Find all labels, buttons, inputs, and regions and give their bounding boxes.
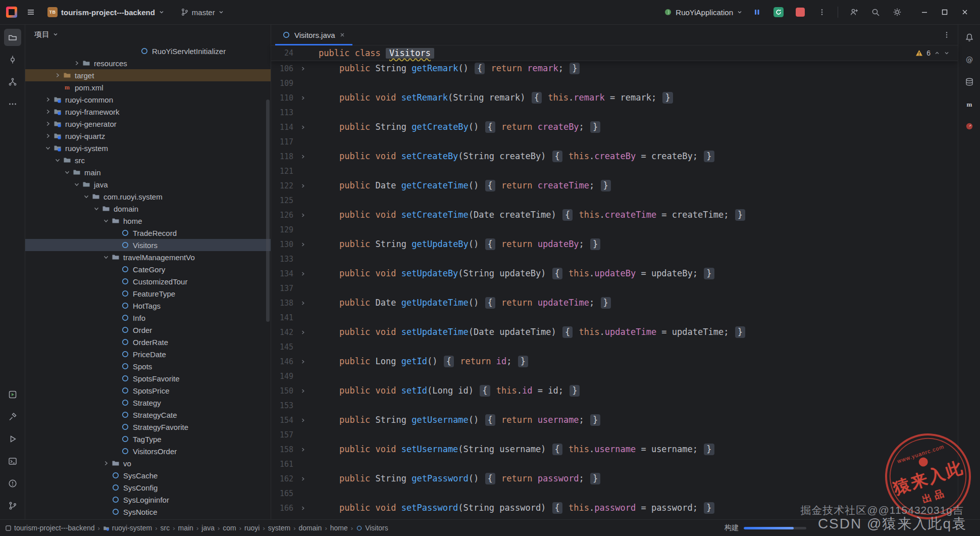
code-text[interactable]: public void setRemark(String remark) { t… <box>308 92 674 104</box>
line-number[interactable]: 145 <box>271 343 297 352</box>
line-number[interactable]: 153 <box>271 401 297 410</box>
fold-icon[interactable] <box>297 271 308 277</box>
fold-icon[interactable] <box>297 212 308 218</box>
tree-item-Info[interactable]: Info <box>25 312 271 324</box>
build-progress-widget[interactable]: 构建 <box>725 520 806 536</box>
breadcrumb-item-ruoyi[interactable]: ruoyi <box>244 524 260 532</box>
line-number[interactable]: 121 <box>271 167 297 176</box>
next-issue-icon[interactable] <box>944 50 950 56</box>
stop-button[interactable] <box>793 5 808 20</box>
scrollbar[interactable] <box>266 100 270 322</box>
chevron-down-icon[interactable] <box>92 205 101 212</box>
tree-item-TradeRecord[interactable]: TradeRecord <box>25 227 271 239</box>
fold-icon[interactable] <box>297 183 308 189</box>
tree-item-home[interactable]: home <box>25 215 271 227</box>
chevron-down-icon[interactable] <box>53 157 62 164</box>
tree-item-Spots[interactable]: Spots <box>25 360 271 372</box>
fold-icon[interactable] <box>297 417 308 423</box>
fold-icon[interactable] <box>297 241 308 248</box>
code-text[interactable]: public void setCreateTime(Date createTim… <box>308 209 746 221</box>
run-tool-button[interactable] <box>4 430 21 448</box>
chevron-down-icon[interactable] <box>101 254 111 261</box>
tree-item-Order[interactable]: Order <box>25 324 271 336</box>
code-text[interactable]: public void setUsername(String username)… <box>308 444 715 455</box>
line-number[interactable]: 142 <box>271 328 297 337</box>
main-menu-button[interactable] <box>23 5 38 20</box>
line-number[interactable]: 141 <box>271 313 297 322</box>
structure-tool-button[interactable] <box>4 73 21 90</box>
fold-icon[interactable] <box>297 505 308 511</box>
fold-icon[interactable] <box>297 124 308 130</box>
close-button[interactable] <box>955 4 975 21</box>
line-number[interactable]: 113 <box>271 108 297 117</box>
chevron-down-icon[interactable] <box>101 217 111 224</box>
line-number[interactable]: 138 <box>271 299 297 308</box>
line-number[interactable]: 158 <box>271 445 297 454</box>
fold-icon[interactable] <box>297 66 308 72</box>
tree-item-ruoyi-framework[interactable]: ruoyi-framework <box>25 106 271 118</box>
tree-item-main[interactable]: main <box>25 166 271 178</box>
tree-item-Visitors[interactable]: Visitors <box>25 239 271 251</box>
search-everywhere-button[interactable] <box>868 5 883 20</box>
tree-item-java[interactable]: java <box>25 178 271 190</box>
tree-item-pom.xml[interactable]: mpom.xml <box>25 81 271 93</box>
run-configuration-widget[interactable]: RuoYiApplication <box>664 8 743 17</box>
line-number[interactable]: 157 <box>271 430 297 440</box>
tree-item-domain[interactable]: domain <box>25 203 271 215</box>
code-editor[interactable]: 106 public String getRemark() { return r… <box>271 61 958 519</box>
fold-icon[interactable] <box>297 300 308 306</box>
line-number[interactable]: 118 <box>271 152 297 161</box>
line-number[interactable]: 133 <box>271 255 297 264</box>
fold-icon[interactable] <box>297 154 308 160</box>
line-number[interactable]: 162 <box>271 474 297 483</box>
line-number[interactable]: 146 <box>271 357 297 366</box>
code-text[interactable]: public Date getCreateTime() { return cre… <box>308 180 612 191</box>
tab-visitors-java[interactable]: Visitors.java <box>275 25 352 45</box>
line-number[interactable]: 122 <box>271 181 297 190</box>
tree-item-ruoyi-generator[interactable]: ruoyi-generator <box>25 118 271 130</box>
line-number[interactable]: 117 <box>271 137 297 147</box>
code-text[interactable]: public void setUpdateTime(Date updateTim… <box>308 326 746 338</box>
chevron-down-icon[interactable] <box>63 169 72 176</box>
tree-item-CustomizedTour[interactable]: CustomizedTour <box>25 275 271 287</box>
prev-issue-icon[interactable] <box>934 50 940 56</box>
vcs-branch-widget[interactable]: master <box>181 8 224 17</box>
breadcrumb-item-home[interactable]: home <box>330 524 348 532</box>
more-tool-button[interactable] <box>4 95 21 113</box>
breadcrumb-item-ruoyi-system[interactable]: ruoyi-system <box>103 524 152 532</box>
code-text[interactable]: public String getPassword() { return pas… <box>308 473 601 484</box>
line-number[interactable]: 161 <box>271 460 297 469</box>
chevron-down-icon[interactable] <box>43 144 53 152</box>
chevron-right-icon[interactable] <box>43 108 53 115</box>
line-number[interactable]: 130 <box>271 240 297 249</box>
settings-button[interactable] <box>890 5 905 20</box>
services-tool-button[interactable] <box>4 386 21 403</box>
profiler-tool-button[interactable] <box>961 118 978 135</box>
chevron-right-icon[interactable] <box>101 460 111 467</box>
fold-icon[interactable] <box>297 95 308 101</box>
line-number[interactable]: 125 <box>271 196 297 205</box>
code-text[interactable]: public void setUpdateBy(String updateBy)… <box>308 268 715 279</box>
tree-item-OrderRate[interactable]: OrderRate <box>25 336 271 348</box>
breadcrumb-item-Visitors[interactable]: Visitors <box>356 524 388 532</box>
code-text[interactable]: public void setPassword(String password)… <box>308 502 715 514</box>
problems-tool-button[interactable] <box>4 475 21 492</box>
project-panel-header[interactable]: 项目 <box>25 25 271 44</box>
tree-item-StrategyFavorite[interactable]: StrategyFavorite <box>25 421 271 433</box>
maven-tool-button[interactable]: m <box>961 95 978 113</box>
chevron-down-icon[interactable] <box>82 193 91 200</box>
inspections-widget[interactable]: 6 <box>915 49 950 57</box>
code-text[interactable]: public String getRemark() { return remar… <box>308 63 581 74</box>
code-text[interactable]: public void setId(Long id) { this.id = i… <box>308 385 581 397</box>
tree-item-ruoyi-system[interactable]: ruoyi-system <box>25 142 271 154</box>
line-number[interactable]: 154 <box>271 416 297 425</box>
chevron-down-icon[interactable] <box>72 181 81 188</box>
line-number[interactable]: 109 <box>271 79 297 88</box>
tree-item-vo[interactable]: vo <box>25 457 271 469</box>
tree-item-SysConfig[interactable]: SysConfig <box>25 481 271 494</box>
tree-item-SpotsPrice[interactable]: SpotsPrice <box>25 384 271 397</box>
notifications-tool-button[interactable] <box>961 29 978 46</box>
breadcrumb-item-com[interactable]: com <box>223 524 236 532</box>
fold-icon[interactable] <box>297 359 308 365</box>
fold-icon[interactable] <box>297 447 308 453</box>
